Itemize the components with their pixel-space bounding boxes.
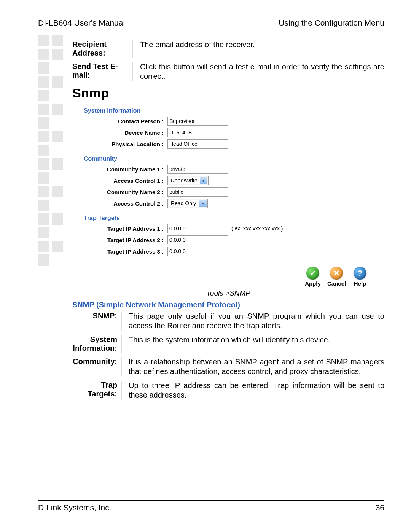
decorative-squares	[38, 35, 65, 268]
target-ip-3-input[interactable]	[167, 247, 228, 256]
header-right: Using the Configuration Menu	[279, 18, 384, 27]
breadcrumb: Tools >SNMP	[72, 289, 384, 297]
target-ip-1-label: Target IP Address 1 :	[84, 225, 167, 232]
page-content: Recipient Address: The email address of …	[72, 40, 384, 400]
target-ip-1-input[interactable]	[167, 224, 228, 233]
definition-description: This page only useful if you an SNMP pro…	[122, 312, 384, 331]
community-name-2-label: Community Name 2 :	[84, 189, 167, 195]
definition-label: SNMP:	[72, 312, 122, 331]
snmp-screenshot: System Information Contact Person : Devi…	[72, 102, 384, 287]
apply-label: Apply	[304, 280, 322, 287]
definition-row: Community: It is a relationship between …	[72, 357, 384, 376]
help-button[interactable]: ? Help	[351, 267, 369, 287]
definition-row: Recipient Address: The email address of …	[72, 40, 384, 58]
physical-location-label: Physical Location :	[84, 141, 167, 147]
device-name-input[interactable]	[167, 128, 228, 137]
cancel-label: Cancel	[327, 280, 346, 287]
access-control-1-select[interactable]: Read/Write ▾	[167, 176, 209, 185]
definition-description: The email address of the receiver.	[133, 40, 255, 58]
x-icon: ✕	[330, 267, 343, 280]
definition-description: Up to three IP address can be entered. T…	[122, 381, 384, 400]
select-value: Read/Write	[169, 177, 200, 184]
header-left: DI-LB604 User's Manual	[38, 18, 125, 27]
community-name-2-input[interactable]	[167, 187, 228, 197]
definition-description: This is the system information which wil…	[122, 335, 330, 353]
access-control-1-label: Access Control 1 :	[84, 177, 167, 184]
snmp-heading: Snmp	[72, 86, 384, 101]
target-ip-2-input[interactable]	[167, 235, 228, 244]
footer-left: D-Link Systems, Inc.	[38, 503, 112, 512]
select-value: Read Only	[169, 200, 199, 207]
community-name-1-label: Community Name 1 :	[84, 166, 167, 173]
definition-row: System Information: This is the system i…	[72, 335, 384, 353]
definition-row: Trap Targets: Up to three IP address can…	[72, 381, 384, 400]
community-name-1-input[interactable]	[167, 165, 228, 174]
system-information-heading: System Information	[84, 107, 384, 114]
target-ip-2-label: Target IP Address 2 :	[84, 237, 167, 243]
definition-description: It is a relationship between an SNMP age…	[122, 357, 384, 376]
physical-location-input[interactable]	[167, 139, 228, 149]
question-icon: ?	[354, 267, 366, 280]
manual-page: DI-LB604 User's Manual Using the Configu…	[0, 0, 411, 532]
page-header: DI-LB604 User's Manual Using the Configu…	[38, 18, 384, 30]
definition-description: Click this button will send a test e-mai…	[133, 62, 384, 81]
chevron-down-icon: ▾	[200, 177, 207, 184]
checkmark-icon: ✓	[306, 267, 319, 280]
apply-button[interactable]: ✓ Apply	[304, 267, 322, 287]
snmp-section-title: SNMP (Simple Network Management Protocol…	[72, 300, 384, 309]
definition-label: Community:	[72, 357, 122, 376]
definition-label: Send Test E-mail:	[72, 62, 133, 81]
access-control-2-label: Access Control 2 :	[84, 200, 167, 207]
help-label: Help	[351, 280, 369, 287]
community-heading: Community	[84, 155, 384, 162]
cancel-button[interactable]: ✕ Cancel	[327, 267, 346, 287]
definition-label: Recipient Address:	[72, 40, 133, 58]
definition-row: Send Test E-mail: Click this button will…	[72, 62, 384, 81]
definition-label: System Information:	[72, 335, 122, 353]
device-name-label: Device Name :	[84, 129, 167, 136]
ip-format-hint: ( ex. xxx.xxx.xxx.xxx )	[231, 225, 283, 232]
page-number: 36	[376, 503, 384, 512]
contact-person-label: Contact Person :	[84, 118, 167, 125]
definition-row: SNMP: This page only useful if you an SN…	[72, 312, 384, 331]
page-footer: D-Link Systems, Inc. 36	[38, 500, 384, 512]
definition-label: Trap Targets:	[72, 381, 122, 400]
target-ip-3-label: Target IP Address 3 :	[84, 248, 167, 255]
chevron-down-icon: ▾	[199, 200, 207, 207]
contact-person-input[interactable]	[167, 117, 228, 126]
trap-targets-heading: Trap Targets	[84, 215, 384, 222]
access-control-2-select[interactable]: Read Only ▾	[167, 199, 208, 208]
action-button-row: ✓ Apply ✕ Cancel ? Help	[84, 267, 369, 287]
